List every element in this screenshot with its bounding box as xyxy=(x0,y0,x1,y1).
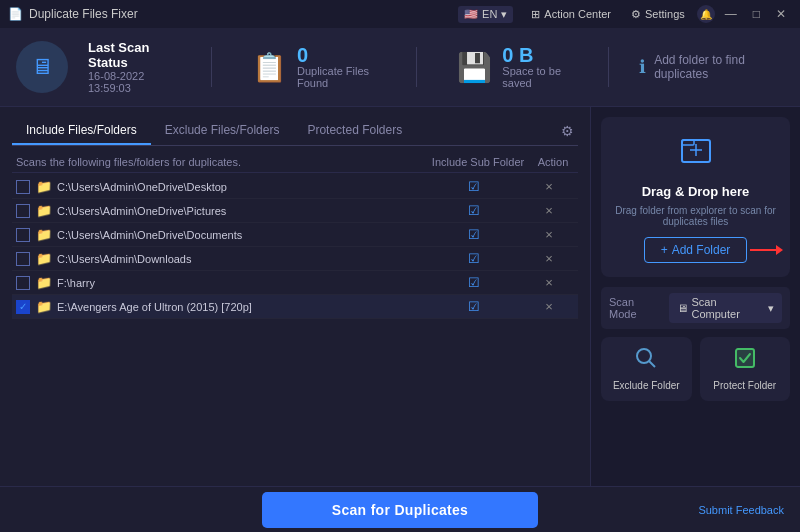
action-center-button[interactable]: ⊞ Action Center xyxy=(523,6,619,23)
drag-drop-desc: Drag folder from explorer to scan for du… xyxy=(611,205,780,227)
sub-folder-check-1[interactable]: ☑ xyxy=(424,203,524,218)
settings-button[interactable]: ⚙ Settings xyxy=(623,6,693,23)
folder-icon-3: 📁 xyxy=(36,251,52,266)
drag-drop-icon xyxy=(678,132,714,176)
scan-mode-value: Scan Computer xyxy=(692,296,765,320)
info-icon: ℹ xyxy=(639,56,646,78)
tab-protected[interactable]: Protected Folders xyxy=(293,117,416,145)
row-checkbox-4[interactable] xyxy=(16,276,30,290)
header: 🖥 Last Scan Status 16-08-2022 13:59:03 📋… xyxy=(0,28,800,107)
table-row: ✓ 📁 E:\Avengers Age of Ultron (2015) [72… xyxy=(12,295,578,319)
close-button[interactable]: ✕ xyxy=(770,5,792,23)
action-header: Action xyxy=(528,156,578,168)
language-selector[interactable]: 🇺🇸 EN ▾ xyxy=(458,6,513,23)
grid-icon: ⊞ xyxy=(531,8,540,21)
sub-folder-check-5[interactable]: ☑ xyxy=(424,299,524,314)
row-checkbox-3[interactable] xyxy=(16,252,30,266)
scan-date: 16-08-2022 13:59:03 xyxy=(88,70,181,94)
duplicate-label: Duplicate Files Found xyxy=(297,65,386,89)
file-list: 📁 C:\Users\Admin\OneDrive\Desktop ☑ × 📁 … xyxy=(12,175,578,476)
minimize-button[interactable]: — xyxy=(719,5,743,23)
titlebar: 📄 Duplicate Files Fixer 🇺🇸 EN ▾ ⊞ Action… xyxy=(0,0,800,28)
sub-folder-check-2[interactable]: ☑ xyxy=(424,227,524,242)
settings-label: Settings xyxy=(645,8,685,20)
file-path-1: C:\Users\Admin\OneDrive\Pictures xyxy=(57,205,424,217)
screen-icon: 🖥 xyxy=(31,54,53,80)
titlebar-left: 📄 Duplicate Files Fixer xyxy=(8,7,138,21)
row-checkbox-5[interactable]: ✓ xyxy=(16,300,30,314)
remove-btn-2[interactable]: × xyxy=(524,227,574,242)
remove-btn-4[interactable]: × xyxy=(524,275,574,290)
table-header: Scans the following files/folders for du… xyxy=(12,152,578,173)
notification-badge[interactable]: 🔔 xyxy=(697,5,715,23)
divider-2 xyxy=(416,47,417,87)
left-panel: Include Files/Folders Exclude Files/Fold… xyxy=(0,107,590,486)
remove-btn-5[interactable]: × xyxy=(524,299,574,314)
scan-status-label: Last Scan Status xyxy=(88,40,181,70)
bottom-action-buttons: Exclude Folder Protect Folder xyxy=(601,337,790,401)
chevron-down-icon: ▾ xyxy=(501,8,507,21)
row-checkbox-2[interactable] xyxy=(16,228,30,242)
table-row: 📁 C:\Users\Admin\Downloads ☑ × xyxy=(12,247,578,271)
file-path-4: F:\harry xyxy=(57,277,424,289)
file-path-3: C:\Users\Admin\Downloads xyxy=(57,253,424,265)
exclude-folder-label: Exclude Folder xyxy=(613,380,680,391)
space-stat: 💾 0 B Space to be saved xyxy=(457,45,578,89)
folder-icon-4: 📁 xyxy=(36,275,52,290)
scan-duplicates-button[interactable]: Scan for Duplicates xyxy=(262,492,538,528)
main-content: Include Files/Folders Exclude Files/Fold… xyxy=(0,107,800,486)
lang-label: EN xyxy=(482,8,497,20)
table-row: 📁 C:\Users\Admin\OneDrive\Pictures ☑ × xyxy=(12,199,578,223)
remove-btn-0[interactable]: × xyxy=(524,179,574,194)
plus-icon: + xyxy=(661,243,668,257)
folder-icon-1: 📁 xyxy=(36,203,52,218)
scan-desc: Scans the following files/folders for du… xyxy=(16,156,241,168)
protect-icon xyxy=(734,347,756,374)
sub-folder-header: Include Sub Folder xyxy=(428,156,528,168)
add-folder-button[interactable]: + Add Folder xyxy=(644,237,748,263)
space-info: 0 B Space to be saved xyxy=(502,45,578,89)
exclude-folder-button[interactable]: Exclude Folder xyxy=(601,337,692,401)
bottom-bar: Scan for Duplicates Submit Feedback xyxy=(0,486,800,532)
scan-mode-label: Scan Mode xyxy=(609,296,663,320)
scan-mode-select[interactable]: 🖥 Scan Computer ▾ xyxy=(669,293,783,323)
svg-rect-1 xyxy=(682,140,694,145)
tab-include[interactable]: Include Files/Folders xyxy=(12,117,151,145)
table-row: 📁 F:\harry ☑ × xyxy=(12,271,578,295)
divider-3 xyxy=(608,47,609,87)
scan-mode-row: Scan Mode 🖥 Scan Computer ▾ xyxy=(601,287,790,329)
file-path-2: C:\Users\Admin\OneDrive\Documents xyxy=(57,229,424,241)
exclude-icon xyxy=(635,347,657,374)
file-path-5: E:\Avengers Age of Ultron (2015) [720p] xyxy=(57,301,424,313)
tabs-bar: Include Files/Folders Exclude Files/Fold… xyxy=(12,117,578,146)
protect-folder-label: Protect Folder xyxy=(713,380,776,391)
row-checkbox-1[interactable] xyxy=(16,204,30,218)
table-row: 📁 C:\Users\Admin\OneDrive\Desktop ☑ × xyxy=(12,175,578,199)
table-row: 📁 C:\Users\Admin\OneDrive\Documents ☑ × xyxy=(12,223,578,247)
space-count: 0 B xyxy=(502,45,578,65)
settings-gear-icon[interactable]: ⚙ xyxy=(557,119,578,143)
svg-rect-6 xyxy=(736,349,754,367)
submit-feedback-button[interactable]: Submit Feedback xyxy=(698,504,784,516)
remove-btn-3[interactable]: × xyxy=(524,251,574,266)
gear-icon-small: ⚙ xyxy=(631,8,641,21)
space-label: Space to be saved xyxy=(502,65,578,89)
sub-folder-check-4[interactable]: ☑ xyxy=(424,275,524,290)
svg-line-5 xyxy=(649,361,655,367)
chevron-icon: ▾ xyxy=(768,302,774,315)
folder-icon-0: 📁 xyxy=(36,179,52,194)
flag-icon: 🇺🇸 xyxy=(464,8,478,21)
sub-folder-check-0[interactable]: ☑ xyxy=(424,179,524,194)
duplicate-stat: 📋 0 Duplicate Files Found xyxy=(252,45,386,89)
computer-icon: 🖥 xyxy=(677,302,688,314)
protect-folder-button[interactable]: Protect Folder xyxy=(700,337,791,401)
maximize-button[interactable]: □ xyxy=(747,5,766,23)
remove-btn-1[interactable]: × xyxy=(524,203,574,218)
space-icon: 💾 xyxy=(457,51,492,84)
tab-exclude[interactable]: Exclude Files/Folders xyxy=(151,117,294,145)
row-checkbox-0[interactable] xyxy=(16,180,30,194)
add-folder-label: Add Folder xyxy=(672,243,731,257)
drag-drop-area[interactable]: Drag & Drop here Drag folder from explor… xyxy=(601,117,790,277)
sub-folder-check-3[interactable]: ☑ xyxy=(424,251,524,266)
file-path-0: C:\Users\Admin\OneDrive\Desktop xyxy=(57,181,424,193)
